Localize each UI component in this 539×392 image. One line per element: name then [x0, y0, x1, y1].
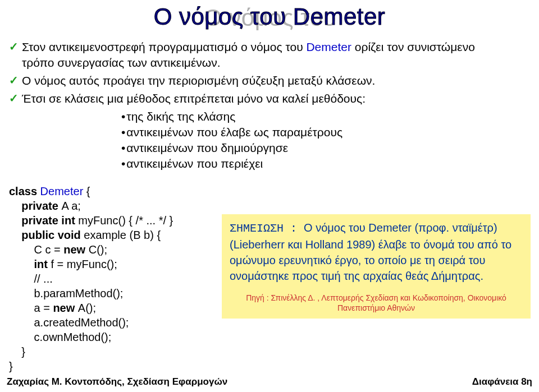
demeter-keyword: Demeter	[306, 40, 351, 53]
bullet-2-text: Ο νόμος αυτός προάγει την περιορισμένη σ…	[22, 73, 375, 89]
note-text: ΣΗΜΕΙΩΣΗ : Ο νόμος του Demeter (προφ. ντ…	[230, 220, 523, 284]
check-icon: ✓	[9, 39, 19, 54]
slide-title: Ο νόμος του Demeter Ο νόμος του Demeter	[0, 3, 539, 30]
bullet-1-text: Στον αντικειμενοστρεφή προγραμματισμό ο …	[22, 39, 484, 71]
sub-bullet-3: αντικειμένων που δημιούργησε	[121, 140, 484, 156]
sub-bullets: της δικής της κλάσης αντικειμένων που έλ…	[121, 109, 484, 172]
check-icon: ✓	[9, 73, 19, 87]
footer: Ζαχαρίας Μ. Κοντοπόδης, Σχεδίαση Εφαρμογ…	[7, 376, 532, 388]
code-block: class Demeter { private A a; private int…	[2, 179, 198, 359]
note-box: ΣΗΜΕΙΩΣΗ : Ο νόμος του Demeter (προφ. ντ…	[222, 214, 531, 319]
check-icon: ✓	[9, 91, 19, 105]
footer-author: Ζαχαρίας Μ. Κοντοπόδης, Σχεδίαση Εφαρμογ…	[7, 376, 227, 388]
sub-bullet-4: αντικειμένων που περιέχει	[121, 156, 484, 172]
bullet-2: ✓ Ο νόμος αυτός προάγει την περιορισμένη…	[9, 73, 484, 89]
sub-bullet-1: της δικής της κλάσης	[121, 109, 484, 124]
bullet-1: ✓ Στον αντικειμενοστρεφή προγραμματισμό …	[9, 39, 484, 71]
bullet-3: ✓ Έτσι σε κλάσεις μια μέθοδος επιτρέπετα…	[9, 91, 484, 107]
title-text: Ο νόμος του Demeter	[154, 3, 386, 30]
bullet-3-text: Έτσι σε κλάσεις μια μέθοδος επιτρέπεται …	[22, 91, 366, 107]
note-label: ΣΗΜΕΙΩΣΗ :	[230, 222, 304, 235]
intro-block: ✓ Στον αντικειμενοστρεφή προγραμματισμό …	[2, 35, 492, 177]
sub-bullet-2: αντικειμένων που έλαβε ως παραμέτρους	[121, 124, 484, 140]
footer-slide-number: Διαφάνεια 8η	[472, 376, 532, 388]
code-content: class Demeter { private A a; private int…	[9, 184, 190, 373]
slide: Ο νόμος του Demeter Ο νόμος του Demeter …	[0, 0, 539, 392]
note-source: Πηγή : Σπινέλλης Δ. , Λεπτομερής Σχεδίασ…	[230, 293, 523, 313]
